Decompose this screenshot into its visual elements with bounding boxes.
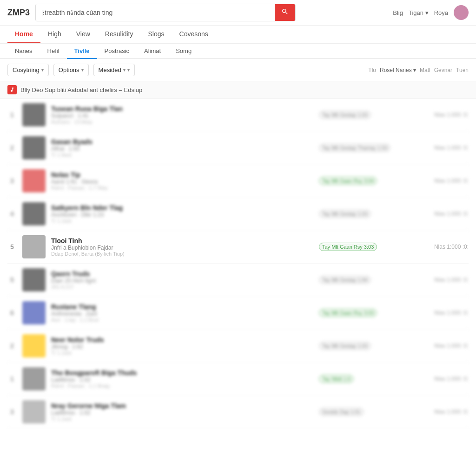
- filter-bar: Cosytriing ▾ Options ▾ Mesided ▾ ▾ Tlo R…: [0, 59, 476, 81]
- chevron-down-icon: ▾: [81, 67, 84, 73]
- song-info: Satkyern Bln Nder Tlag Anchturen · Dlbr …: [51, 204, 313, 224]
- song-title: Gasan Byads: [51, 138, 313, 145]
- song-info: Nray Gerorne Ntga Tlam Ladlttmss · 1:02 …: [51, 402, 313, 422]
- subtab-tivlle[interactable]: Tivlle: [67, 44, 97, 59]
- subtab-hefil[interactable]: Hefil: [40, 44, 67, 59]
- song-title: Tusean Ruoa Biga Tlan: [51, 105, 313, 112]
- song-artist: Anthrenesta · Zaot: [51, 311, 313, 317]
- song-meta: Autnans · 13.6bay: [51, 119, 313, 125]
- subtab-postrasic[interactable]: Postrasic: [97, 44, 137, 59]
- song-tag: Tay Mlt Gestap Thamay 1:53: [319, 144, 390, 152]
- song-meta: Tr 1.1aot: [51, 350, 313, 356]
- song-row[interactable]: 3 Nray Gerorne Ntga Tlam Ladlttmss · 1:0…: [7, 396, 469, 429]
- song-row[interactable]: 1 Tusean Ruoa Biga Tlan Sutpanct · 1:41 …: [7, 99, 469, 132]
- song-number: 4: [7, 210, 17, 218]
- song-meta: Ddap Denof, Barta (By·lich Tiup): [51, 251, 313, 257]
- tab-resulidity[interactable]: Resulidity: [98, 26, 141, 43]
- song-artist: Aarot 1:91 · Stesra: [51, 178, 313, 185]
- song-meta: 281.6.217: [51, 284, 313, 290]
- song-tag: Tay Mlt Gestap 1:03: [319, 342, 371, 350]
- song-artist: Ladlttmss · 1:02: [51, 410, 313, 416]
- song-tag-col: Tay Mlt Gestap Thamay 1:53: [319, 144, 403, 152]
- subtab-somg[interactable]: Somg: [168, 44, 199, 59]
- song-tag: Tay Mlt Gestap 1:03: [319, 210, 371, 218]
- col-tlo: Tlo: [368, 67, 376, 73]
- song-action: Nlas 1:000 :0:: [408, 376, 469, 382]
- song-thumbnail: [22, 202, 46, 225]
- song-tag: Tay Mlt Gaan Rsy 3:03: [319, 309, 377, 317]
- tab-view[interactable]: View: [69, 26, 98, 43]
- song-row-featured[interactable]: 5 Tlooi Tinh Jnfri a Buphioblon Fajdar D…: [7, 231, 469, 264]
- song-title: Satkyern Bln Nder Tlag: [51, 204, 313, 212]
- avatar[interactable]: [454, 5, 469, 20]
- chevron-down-icon-2: ▾: [127, 67, 130, 73]
- song-meta: Rdrnt · Passac · 1.1 Bnag: [51, 383, 313, 389]
- song-number: 3: [7, 408, 17, 416]
- song-row[interactable]: 2 Gasan Byads Affral · 1:93 Tr 1.8aot Ta…: [7, 132, 469, 165]
- song-info: Neer Nolor Truds Jttmsg · 1:62 Tr 1.1aot: [51, 336, 313, 356]
- header-blig[interactable]: Blig: [393, 9, 403, 16]
- filter-options[interactable]: Options ▾: [53, 64, 89, 76]
- filter-mesided[interactable]: Mesided ▾ ▾: [93, 64, 135, 76]
- header-right: Blig Tigan ▾ Roya: [393, 5, 469, 20]
- song-number: 5: [7, 243, 17, 251]
- song-artist: Daer 25 Hich ltgnt: [51, 278, 313, 284]
- song-title: Qaorn Truds: [51, 270, 313, 278]
- song-artist: Affral · 1:93: [51, 145, 313, 152]
- song-artist: Ladlttmss · 1:02: [51, 377, 313, 383]
- tab-high[interactable]: High: [40, 26, 69, 43]
- tab-slogs[interactable]: Slogs: [141, 26, 172, 43]
- banner-icon: [7, 85, 17, 94]
- subtab-alimat[interactable]: Alimat: [137, 44, 168, 59]
- banner-title: Blly Déo Sup bliti Aatodal ant chelirs –…: [20, 86, 142, 93]
- subtab-nanes[interactable]: Nanes: [7, 44, 40, 59]
- song-tag-col: Tay Mlt Gestap 1:03: [319, 342, 403, 350]
- filter-cosytriing[interactable]: Cosytriing ▾: [7, 64, 49, 76]
- song-tag-col: Tay Mlt Gaan Rsy 3:04: [319, 177, 403, 185]
- search-input[interactable]: [36, 4, 275, 21]
- song-action: Nlas 1:000 :0:: [408, 211, 469, 217]
- song-tag: Tay Mlt Gestap 1:94: [319, 276, 371, 284]
- song-tag: Tay Nltdt 1:0: [319, 375, 354, 383]
- song-info: Tlooi Tinh Jnfri a Buphioblon Fajdar Dda…: [51, 237, 313, 257]
- song-row[interactable]: 3 Nolas Tip Aarot 1:91 · Stesra Rdrnt · …: [7, 165, 469, 198]
- search-button[interactable]: [275, 4, 295, 21]
- song-title: Tho Bosgparoft Biga Thuds: [51, 369, 313, 377]
- song-row[interactable]: 1 Tho Bosgparoft Biga Thuds Ladlttmss · …: [7, 363, 469, 396]
- song-number: 2: [7, 342, 17, 350]
- tab-home[interactable]: Home: [7, 26, 40, 43]
- song-row[interactable]: 4 Satkyern Bln Nder Tlag Anchturen · Dlb…: [7, 198, 469, 231]
- tab-covesons[interactable]: Covesons: [172, 26, 216, 43]
- search-bar: [35, 4, 296, 21]
- song-info: Tho Bosgparoft Biga Thuds Ladlttmss · 1:…: [51, 369, 313, 389]
- song-row[interactable]: 6 Rustane Tlang Anthrenesta · Zaot Asrt …: [7, 297, 469, 330]
- song-action: Nlas 1:000 :0:: [408, 310, 469, 316]
- nav-tabs: Home High View Resulidity Slogs Covesons: [0, 26, 476, 44]
- song-tag: Tay Mlt Gestap 1:03: [319, 111, 371, 119]
- filter-columns: Tlo Rosel Nanes ▾ Matl Gevnar Tuen: [368, 67, 469, 73]
- song-title: Rustane Tlang: [51, 303, 313, 311]
- song-number: 2: [7, 144, 17, 152]
- list-header-banner: Blly Déo Sup bliti Aatodal ant chelirs –…: [0, 81, 476, 99]
- sub-nav: Nanes Hefil Tivlle Postrasic Alimat Somg: [0, 44, 476, 59]
- song-info: Tusean Ruoa Biga Tlan Sutpanct · 1:41 Au…: [51, 105, 313, 125]
- song-row[interactable]: 5 Qaorn Truds Daer 25 Hich ltgnt 281.6.2…: [7, 264, 469, 297]
- search-icon: [281, 8, 289, 15]
- song-row[interactable]: 2 Neer Nolor Truds Jttmsg · 1:62 Tr 1.1a…: [7, 330, 469, 363]
- col-rosel[interactable]: Rosel Nanes ▾: [380, 67, 416, 73]
- song-title: Nolas Tip: [51, 171, 313, 178]
- header-roya[interactable]: Roya: [434, 9, 448, 16]
- header-tigan[interactable]: Tigan ▾: [409, 9, 429, 16]
- song-tag-col: Tay Mlt Gestap 1:03: [319, 111, 403, 119]
- song-meta: Tr 1.8aot: [51, 152, 313, 158]
- song-action: Nlas 1:000 :0:: [408, 409, 469, 415]
- song-artist: Jttmsg · 1:62: [51, 344, 313, 350]
- col-tuen: Tuen: [456, 67, 469, 73]
- song-number: 6: [7, 309, 17, 317]
- song-number: 3: [7, 177, 17, 185]
- logo: ZMP3: [7, 8, 30, 18]
- song-tag: Tay Mlt Gaan Rsy 3:03: [319, 243, 377, 251]
- song-number: 1: [7, 111, 17, 119]
- song-tag: Gestds Dap 1:01: [319, 408, 364, 416]
- song-thumbnail: [22, 334, 46, 357]
